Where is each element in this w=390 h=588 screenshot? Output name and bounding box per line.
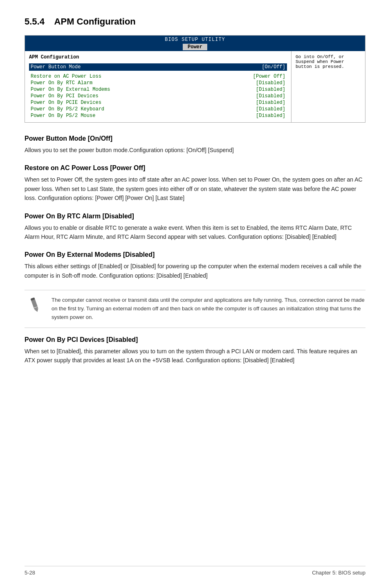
subsection-heading-power-on-rtc-alarm: Power On By RTC Alarm [Disabled] bbox=[25, 213, 365, 220]
bios-right-panel: Go into On/Off, or Suspend when Power bu… bbox=[291, 51, 365, 122]
bios-row-value: [Disabled] bbox=[256, 87, 285, 92]
bios-row-value: [Disabled] bbox=[256, 113, 285, 119]
bios-title-bar: BIOS SETUP UTILITY bbox=[25, 36, 365, 44]
bios-row-label: Power On By RTC Alarm bbox=[31, 80, 92, 86]
subsection-body-power-button-mode: Allows you to set the power button mode.… bbox=[25, 146, 365, 155]
subsection-heading-power-on-external-modems: Power On By External Modems [Disabled] bbox=[25, 251, 365, 258]
bios-row-label: Power On By PCIE Devices bbox=[31, 100, 101, 105]
subsection-power-on-pci-devices: Power On By PCI Devices [Disabled]When s… bbox=[25, 336, 365, 365]
bios-row: Power On By PS/2 Keyboard[Disabled] bbox=[29, 106, 287, 112]
subsection-body-power-on-pci-devices: When set to [Enabled], this parameter al… bbox=[25, 347, 365, 365]
bios-row: Restore on AC Power Loss[Power Off] bbox=[29, 73, 287, 80]
bios-left-panel: APM Configuration Power Button Mode [On/… bbox=[25, 51, 291, 122]
bios-active-tab: Power bbox=[183, 44, 207, 50]
footer-left: 5-28 bbox=[25, 570, 35, 576]
subsection-power-on-rtc-alarm: Power On By RTC Alarm [Disabled]Allows y… bbox=[25, 213, 365, 242]
bios-content: APM Configuration Power Button Mode [On/… bbox=[25, 51, 365, 122]
pencil-icon bbox=[27, 296, 42, 313]
bios-row-label: Power On By External Modems bbox=[31, 87, 110, 92]
bios-row-value: [Power Off] bbox=[253, 74, 285, 79]
bios-title: BIOS SETUP UTILITY bbox=[165, 37, 225, 43]
bios-row: Power On By PCIE Devices[Disabled] bbox=[29, 99, 287, 106]
bios-rows-container: Restore on AC Power Loss[Power Off]Power… bbox=[29, 73, 287, 119]
subsection-power-button-mode: Power Button Mode [On/Off]Allows you to … bbox=[25, 135, 365, 155]
bios-highlighted-label: Power Button Mode bbox=[31, 64, 81, 70]
section-number: 5.5.4 bbox=[25, 16, 45, 27]
bios-row: Power On By External Modems[Disabled] bbox=[29, 86, 287, 93]
note-text: The computer cannot receive or transmit … bbox=[52, 296, 365, 321]
bios-sidebar-text: Go into On/Off, or Suspend when Power bu… bbox=[296, 54, 344, 69]
subsection-restore-ac-power-loss: Restore on AC Power Loss [Power Off]When… bbox=[25, 164, 365, 202]
subsection-body-power-on-external-modems: This allows either settings of [Enabled]… bbox=[25, 262, 365, 280]
bios-row-label: Power On By PCI Devices bbox=[31, 93, 99, 99]
bios-row: Power On By PCI Devices[Disabled] bbox=[29, 93, 287, 99]
footer-right: Chapter 5: BIOS setup bbox=[312, 570, 365, 576]
bios-screenshot-box: BIOS SETUP UTILITY Power APM Configurati… bbox=[25, 35, 365, 123]
bios-row-value: [Disabled] bbox=[256, 100, 285, 105]
subsection-heading-restore-ac-power-loss: Restore on AC Power Loss [Power Off] bbox=[25, 164, 365, 172]
bios-row-label: Power On By PS/2 Keyboard bbox=[31, 106, 104, 112]
subsection-body-restore-ac-power-loss: When set to Power Off, the system goes i… bbox=[25, 175, 365, 202]
page-footer: 5-28 Chapter 5: BIOS setup bbox=[25, 566, 365, 576]
bios-tab-row: Power bbox=[25, 44, 365, 51]
bios-highlighted-row: Power Button Mode [On/Off] bbox=[29, 63, 287, 71]
bios-section-label: APM Configuration bbox=[29, 54, 287, 60]
bios-row-label: Power On By PS/2 Mouse bbox=[31, 113, 95, 119]
bios-highlighted-value: [On/Off] bbox=[262, 64, 285, 70]
bios-row-value: [Disabled] bbox=[256, 106, 285, 112]
bios-row-value: [Disabled] bbox=[256, 80, 285, 86]
note-box: The computer cannot receive or transmit … bbox=[25, 290, 365, 328]
subsection-heading-power-on-pci-devices: Power On By PCI Devices [Disabled] bbox=[25, 336, 365, 343]
bios-row-value: [Disabled] bbox=[256, 93, 285, 99]
bios-row: Power On By PS/2 Mouse[Disabled] bbox=[29, 112, 287, 119]
section-heading: 5.5.4 APM Configuration bbox=[25, 16, 365, 27]
bios-row: Power On By RTC Alarm[Disabled] bbox=[29, 80, 287, 86]
section-title: APM Configuration bbox=[54, 16, 136, 27]
subsection-power-on-external-modems: Power On By External Modems [Disabled]Th… bbox=[25, 251, 365, 280]
subsection-heading-power-button-mode: Power Button Mode [On/Off] bbox=[25, 135, 365, 142]
subsection-body-power-on-rtc-alarm: Allows you to enable or disable RTC to g… bbox=[25, 223, 365, 242]
note-icon bbox=[25, 296, 45, 313]
subsections-container: Power Button Mode [On/Off]Allows you to … bbox=[25, 135, 365, 365]
bios-row-label: Restore on AC Power Loss bbox=[31, 74, 101, 79]
